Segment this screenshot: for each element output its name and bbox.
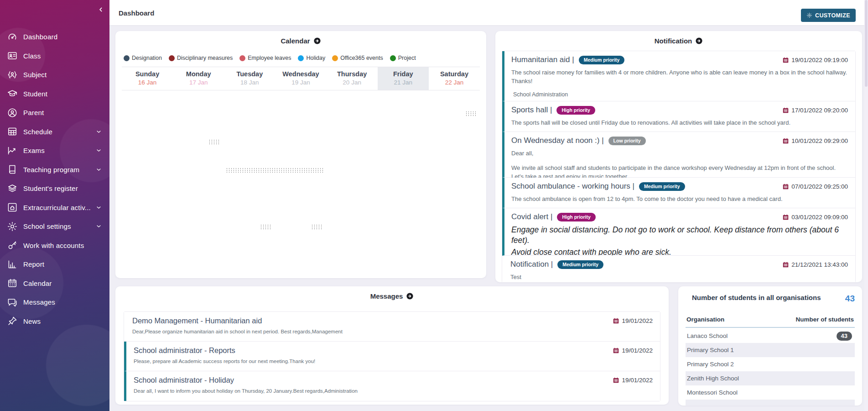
priority-badge: Low priority [608,137,646,145]
column-number-of-students: Number of students [795,316,854,323]
students-table-row[interactable]: Lanaco School 43 [686,329,855,343]
calendar-event[interactable]: English language - workshop [430,120,480,146]
notification-item[interactable]: Covid alert | High priority 03/01/2022 0… [502,208,855,256]
page-scrollbar-thumb[interactable] [865,0,868,87]
goto-calendar-icon[interactable] [313,37,321,45]
sidebar-item[interactable]: Teaching program [0,160,109,179]
calendar-event[interactable]: Project start: Websites Employees: 1 [276,205,326,231]
sidebar-item[interactable]: Student's register [0,179,109,198]
calendar-events-grid: Holiday Designation expires for Tom... P… [122,92,480,259]
messages-card: Messages Demo Management - Humanitarian … [115,286,669,405]
notification-item[interactable]: School ambulance - working hours | Mediu… [502,178,855,208]
calendar-event[interactable]: Project start: Pie shop Employees: 4 [173,120,223,146]
sidebar-item[interactable]: Report [0,255,109,274]
sidebar: Dashboard Class Subject Student [0,0,109,411]
chevron-down-icon [95,128,102,135]
chevron-down-icon [95,204,102,211]
message-item[interactable]: School administrator - Holiday 19/01/202… [124,371,660,401]
event-pattern [208,139,221,144]
calendar-event[interactable]: Vacation: John Smith [430,148,480,174]
legend-item: Employee leaves [239,55,291,61]
column-organisation: Organisation [686,316,724,323]
calendar-date-icon [782,261,789,268]
students-table-header: Organisation Number of students [686,316,855,328]
day-header-cell: Friday 21 Jan [378,67,429,90]
calendar-event[interactable]: Project start: Planting flowers Employee… [224,205,275,231]
calendar-day-header: Sunday 16 Jan Monday 17 Jan Tuesday 18 J… [122,67,480,90]
sidebar-item[interactable]: Calendar [0,274,109,293]
notification-date: 10/01/2022 09:29:00 [791,137,848,144]
page-scrollbar[interactable] [864,0,868,411]
sidebar-item[interactable]: Student [0,84,109,104]
calendar-event[interactable]: Designation expires for Tom... [173,92,223,118]
sidebar-item[interactable]: Class [0,47,109,66]
gear-icon [7,221,18,232]
goto-messages-icon[interactable] [406,292,414,300]
calendar-event[interactable]: Holiday [122,92,172,118]
sidebar-item[interactable]: Dashboard [0,27,109,47]
calendar-event[interactable]: Second term holiday [327,205,377,231]
sidebar-item[interactable]: School settings [0,217,109,236]
calendar-event[interactable]: Employees meeting [327,233,377,259]
sidebar-item[interactable]: Work with accounts [0,236,109,255]
sidebar-item[interactable]: Schedule [0,122,109,142]
report-icon [7,259,18,270]
legend-dot [239,55,245,61]
messages-list: Demo Management - Humanitarian aid 19/01… [124,311,660,401]
sidebar-item[interactable]: Parent [0,103,109,122]
notification-item[interactable]: On Wednesday at noon :) | Low priority 1… [502,132,855,178]
event-pattern [311,224,323,229]
event-pattern [226,168,324,173]
notification-card: Notification Humanitarian aid | Medium p… [495,31,862,282]
sidebar-collapse-button[interactable] [95,4,107,16]
priority-badge: Medium priority [639,182,685,191]
legend-dot [169,55,175,61]
chevron-down-icon [95,147,102,154]
topbar: Dashboard CUSTOMIZE [109,0,868,25]
students-table-row[interactable]: Primary School 2 [686,357,855,371]
calendar-event[interactable]: Project start: Ecology Employees: 1 [430,92,480,118]
sidebar-item[interactable]: Exams [0,141,109,160]
notification-item[interactable]: Humanitarian aid | Medium priority 19/01… [502,51,855,101]
goto-notification-icon[interactable] [695,37,703,45]
gear-icon [806,12,812,18]
priority-badge: High priority [557,213,595,221]
chevron-left-icon [97,6,104,13]
message-item[interactable]: Demo Management - Humanitarian aid 19/01… [124,312,660,342]
customize-button[interactable]: CUSTOMIZE [801,9,856,22]
notification-item[interactable]: Sports hall | High priority 17/01/2022 0… [502,101,855,132]
sidebar-menu: Dashboard Class Subject Student [0,27,109,331]
sidebar-item[interactable]: Messages [0,293,109,312]
key-icon [7,240,18,251]
calendar-date-icon [782,57,789,63]
calendar-date-icon [613,347,619,354]
sidebar-item[interactable]: Subject [0,65,109,84]
calendar-event[interactable]: Designation expires for John... [379,205,429,231]
notification-item[interactable]: Notification | Medium priority 21/12/202… [502,256,855,282]
page-title: Dashboard [119,9,154,17]
subject-icon [7,69,18,80]
students-total: 43 [845,294,855,304]
students-table-row[interactable]: Zenith High School [686,371,855,385]
puzzle-icon [7,202,18,213]
calendar-event[interactable]: Holiday [122,120,172,146]
calendar-event[interactable]: Unpaid leave: Tom Johnes [173,177,377,203]
day-header-cell: Thursday 20 Jan [327,67,378,90]
message-date: 19/01/2022 [622,377,653,384]
students-table-row[interactable]: Montessori School [686,385,855,400]
priority-badge: High priority [556,106,595,115]
register-icon [7,183,18,194]
students-table-row[interactable]: Primary School 1 [686,343,855,357]
calendar-event[interactable]: Spanish language - workshop [276,233,326,259]
message-date: 19/01/2022 [622,317,653,324]
message-item[interactable]: School administrator - Reports 19/01/202… [124,342,660,371]
notification-date: 17/01/2022 09:20:00 [791,107,848,114]
sidebar-item[interactable]: Extracurricular activ... [0,198,109,217]
notification-date: 19/01/2022 09:19:00 [791,57,848,63]
chevron-down-icon [95,166,102,173]
messages-icon [7,297,18,308]
calendar-event[interactable]: Sick leave: Maria Swift Sick for up to 3… [173,148,326,174]
sidebar-item[interactable]: News [0,312,109,331]
chevron-down-icon [95,223,102,230]
legend-item: Designation [124,55,162,61]
